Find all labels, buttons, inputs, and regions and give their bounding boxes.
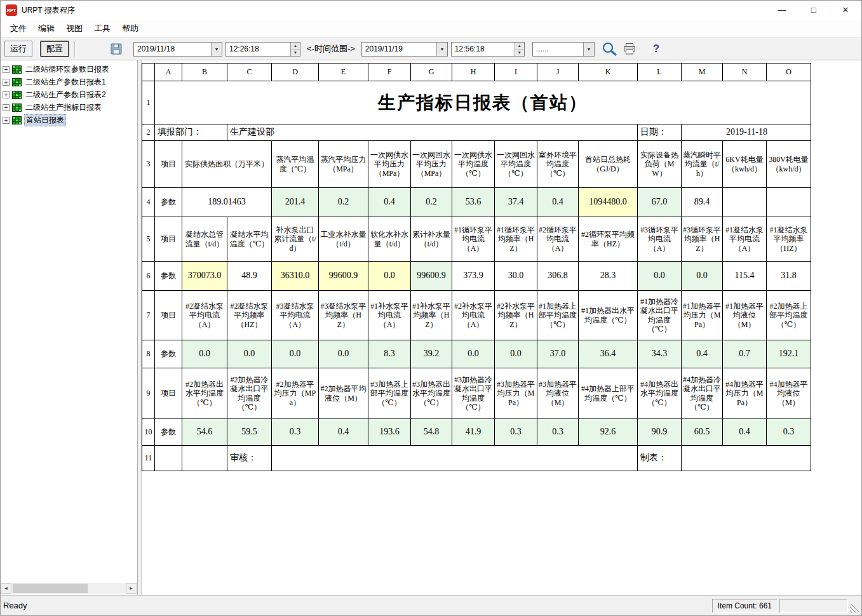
report-cell: [272, 446, 638, 471]
close-button[interactable]: ✕: [830, 1, 861, 20]
help-icon[interactable]: ?: [648, 41, 664, 57]
scroll-left-icon[interactable]: ◄: [1, 583, 11, 594]
expand-plus-icon[interactable]: +: [3, 91, 10, 98]
row-header-7: 7: [142, 291, 155, 340]
expand-plus-icon[interactable]: +: [3, 117, 10, 124]
spin-down-icon[interactable]: ▼: [515, 50, 524, 56]
report-cell: 0.3: [767, 419, 811, 446]
report-cell: 项目: [155, 141, 182, 188]
dropdown-arrow-icon[interactable]: ▼: [583, 43, 594, 56]
tree-item-2[interactable]: +二级站生产参数日报表1: [1, 76, 137, 88]
menu-item-5[interactable]: 帮助: [116, 20, 144, 37]
report-cell: 项目: [155, 368, 182, 419]
report-cell: 8.3: [368, 340, 411, 368]
report-cell: 软化水补水量（t/d）: [368, 217, 411, 262]
report-cell: #1加热器冷凝水出口平均温度（℃）: [638, 291, 682, 340]
scrollbar-thumb[interactable]: [13, 584, 88, 593]
expand-plus-icon[interactable]: +: [3, 104, 10, 111]
column-header-K: K: [579, 64, 638, 81]
report-cell: #2加热器冷凝水出口平均温度（℃）: [227, 368, 272, 419]
end-time-value: 12:56:18: [452, 43, 515, 56]
report-cell: 0.2: [411, 188, 452, 217]
resize-grip[interactable]: [850, 604, 859, 613]
report-cell: #4加热器平均压力（MPa）: [723, 368, 767, 419]
search-icon[interactable]: [601, 41, 617, 57]
report-cell: 0.2: [319, 188, 368, 217]
app-window: RPT URPT 报表程序 — □ ✕ 文件编辑视图工具帮助 运行 配置 201…: [0, 0, 862, 616]
start-time-spinner[interactable]: 12:26:18 ▲▼: [226, 42, 300, 57]
column-header-C: C: [227, 64, 272, 81]
menu-item-2[interactable]: 编辑: [32, 20, 60, 37]
report-cell: 工业水补水量（t/d）: [319, 217, 368, 262]
report-cell: 34.3: [638, 340, 682, 368]
dropdown-arrow-icon[interactable]: ▼: [211, 43, 222, 56]
report-cell: #1凝结水泵平均频率（HZ）: [767, 217, 811, 262]
report-cell: #3加热器平均压力（MPa）: [495, 368, 537, 419]
report-cell: 99600.9: [411, 262, 452, 291]
report-cell: 39.2: [411, 340, 452, 368]
dropdown-arrow-icon[interactable]: ▼: [436, 43, 447, 56]
report-cell: 92.6: [579, 419, 638, 446]
end-date-value: 2019/11/19: [362, 43, 436, 56]
report-cell: 67.0: [638, 188, 682, 217]
row-header-10: 10: [142, 419, 155, 446]
report-grid-icon: [12, 78, 22, 86]
spin-up-icon[interactable]: ▲: [515, 43, 524, 50]
config-button[interactable]: 配置: [40, 41, 69, 57]
report-cell: 0.0: [495, 340, 537, 368]
minimize-button[interactable]: —: [766, 1, 798, 20]
end-time-spinner[interactable]: 12:56:18 ▲▼: [451, 42, 525, 57]
report-cell: [155, 446, 182, 471]
tree-item-1[interactable]: +二级站循环泵参数日报表: [1, 63, 137, 76]
content-area: +二级站循环泵参数日报表+二级站生产参数日报表1+二级站生产参数日报表2+二级站…: [1, 60, 861, 595]
filter-value: ......: [533, 43, 583, 56]
menu-item-4[interactable]: 工具: [88, 20, 116, 37]
row-header-2: 2: [142, 124, 155, 141]
report-cell: 36310.0: [272, 262, 319, 291]
maximize-button[interactable]: □: [798, 1, 830, 20]
print-icon[interactable]: [621, 41, 638, 57]
report-cell: #3加热器平均液位（M）: [537, 368, 579, 419]
report-cell: 0.4: [319, 419, 368, 446]
report-cell: 一次网供水平均压力（MPa）: [368, 141, 411, 188]
run-button[interactable]: 运行: [4, 41, 32, 57]
filter-combo[interactable]: ...... ▼: [532, 42, 595, 57]
sidebar-h-scrollbar[interactable]: ◄ ►: [1, 583, 137, 594]
report-cell: 54.6: [182, 419, 227, 446]
report-cell: 380V耗电量（kwh/d）: [767, 141, 811, 188]
report-cell: #4加热器冷凝水出口平均温度（℃）: [682, 368, 723, 419]
save-icon[interactable]: [108, 41, 125, 57]
report-cell: #3加热器上部平均温度（℃）: [368, 368, 411, 419]
spin-up-icon[interactable]: ▲: [291, 43, 300, 50]
spin-down-icon[interactable]: ▼: [291, 50, 300, 56]
menu-item-1[interactable]: 文件: [4, 20, 32, 37]
menu-item-3[interactable]: 视图: [60, 20, 88, 37]
report-cell: 项目: [155, 291, 182, 340]
tree-item-4[interactable]: +二级站生产指标日报表: [1, 101, 137, 114]
scrollbar-track[interactable]: [11, 583, 126, 594]
expand-plus-icon[interactable]: +: [3, 66, 10, 73]
report-cell: #3加热器冷凝水出口平均温度（℃）: [452, 368, 495, 419]
report-grid-icon: [12, 65, 22, 74]
report-cell: #1循环泵平均电流（A）: [452, 217, 495, 262]
report-cell: 0.0: [227, 340, 272, 368]
tree-item-5[interactable]: +首站日报表: [1, 114, 137, 126]
report-cell: #1凝结水泵平均电流（A）: [723, 217, 767, 262]
end-date-combo[interactable]: 2019/11/19 ▼: [361, 42, 448, 57]
row-header-6: 6: [142, 262, 155, 291]
report-cell: 36.4: [579, 340, 638, 368]
row-header-4: 4: [142, 188, 155, 217]
start-time-value: 12:26:18: [226, 43, 290, 56]
item-count-badge: Item Count: 661: [712, 599, 778, 613]
start-date-combo[interactable]: 2019/11/18 ▼: [133, 42, 222, 57]
column-header-G: G: [411, 64, 452, 81]
report-cell: 89.4: [682, 188, 723, 217]
scroll-right-icon[interactable]: ►: [126, 583, 137, 594]
report-cell: [182, 446, 227, 471]
expand-plus-icon[interactable]: +: [3, 79, 10, 86]
report-cell: #3循环泵平均电流（A）: [638, 217, 682, 262]
tree-item-3[interactable]: +二级站生产参数日报表2: [1, 88, 137, 101]
report-cell: 60.5: [682, 419, 723, 446]
column-header-I: I: [495, 64, 537, 81]
tree-item-label: 首站日报表: [24, 114, 66, 126]
